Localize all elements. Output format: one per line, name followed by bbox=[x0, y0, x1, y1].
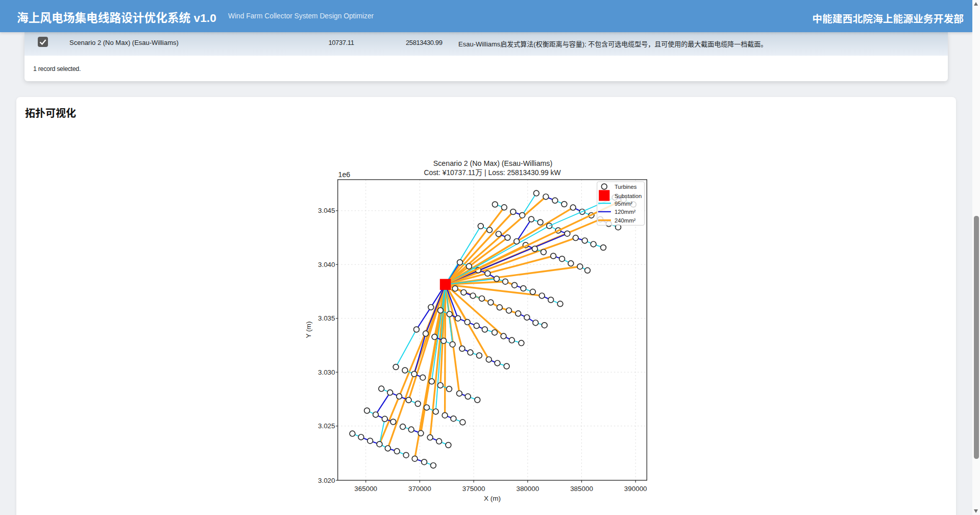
svg-text:365000: 365000 bbox=[354, 485, 377, 493]
svg-text:3.025: 3.025 bbox=[318, 422, 335, 430]
svg-text:3.045: 3.045 bbox=[318, 207, 335, 214]
svg-text:Scenario 2 (No Max) (Esau-Will: Scenario 2 (No Max) (Esau-Williams) bbox=[433, 159, 552, 167]
svg-text:Cost: ¥10737.11万 | Loss: 25813: Cost: ¥10737.11万 | Loss: 25813430.99 kW bbox=[424, 168, 561, 177]
svg-text:3.030: 3.030 bbox=[318, 369, 335, 376]
svg-text:390000: 390000 bbox=[624, 485, 647, 493]
svg-text:3.020: 3.020 bbox=[318, 477, 335, 484]
svg-text:380000: 380000 bbox=[516, 485, 539, 493]
svg-text:240mm²: 240mm² bbox=[615, 217, 636, 224]
svg-text:95mm²: 95mm² bbox=[615, 201, 632, 207]
svg-text:Substation: Substation bbox=[615, 193, 642, 199]
svg-text:X (m): X (m) bbox=[484, 495, 501, 502]
svg-text:385000: 385000 bbox=[570, 485, 593, 493]
svg-text:3.040: 3.040 bbox=[318, 261, 335, 268]
svg-text:375000: 375000 bbox=[462, 485, 485, 493]
svg-text:3.035: 3.035 bbox=[318, 314, 335, 322]
svg-text:370000: 370000 bbox=[408, 485, 431, 493]
svg-text:1e6: 1e6 bbox=[338, 170, 351, 179]
svg-text:Turbines: Turbines bbox=[615, 184, 637, 190]
svg-text:120mm²: 120mm² bbox=[615, 209, 636, 215]
svg-text:Y (m): Y (m) bbox=[305, 322, 312, 338]
